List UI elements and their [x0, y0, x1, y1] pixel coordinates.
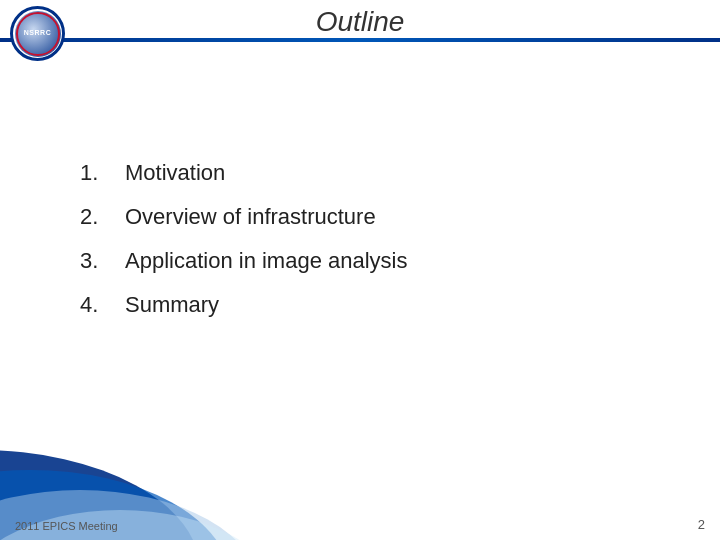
list-item: 1. Motivation	[80, 160, 690, 186]
item-3-text: Application in image analysis	[125, 248, 408, 274]
item-3-number: 3.	[80, 248, 125, 274]
list-item: 2. Overview of infrastructure	[80, 204, 690, 230]
item-2-number: 2.	[80, 204, 125, 230]
item-2-text: Overview of infrastructure	[125, 204, 376, 230]
page-number: 2	[698, 517, 705, 532]
item-1-number: 1.	[80, 160, 125, 186]
list-item: 3. Application in image analysis	[80, 248, 690, 274]
footer-meeting-text: 2011 EPICS Meeting	[15, 520, 118, 532]
logo: NSRRC	[10, 6, 65, 61]
outline-list: 1. Motivation 2. Overview of infrastruct…	[80, 160, 690, 336]
item-1-text: Motivation	[125, 160, 225, 186]
footer: 2011 EPICS Meeting 2	[0, 517, 720, 532]
item-4-number: 4.	[80, 292, 125, 318]
list-item: 4. Summary	[80, 292, 690, 318]
content-area: 1. Motivation 2. Overview of infrastruct…	[80, 55, 690, 440]
slide-title: Outline	[0, 6, 720, 38]
top-bar	[0, 38, 720, 42]
item-4-text: Summary	[125, 292, 219, 318]
